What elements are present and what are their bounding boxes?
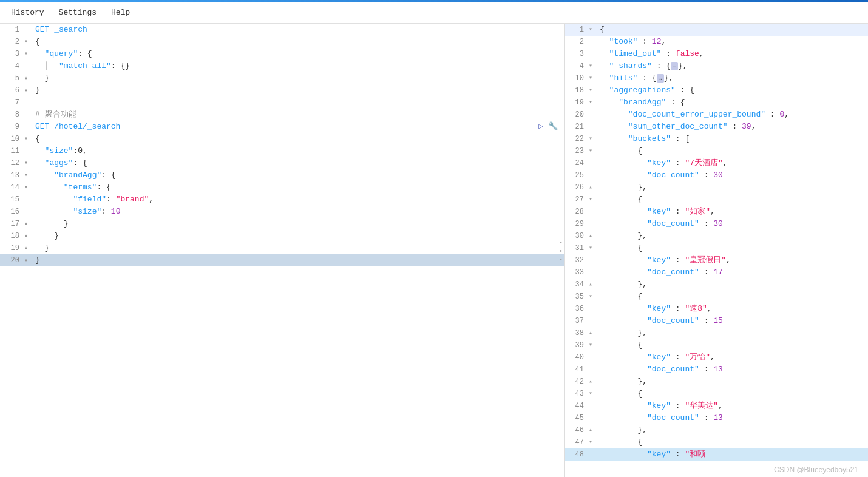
resp-fold-10[interactable]: ▾ bbox=[589, 72, 597, 84]
resp-num-32: 32 bbox=[565, 254, 589, 266]
run-icon[interactable]: ▷ bbox=[538, 121, 543, 133]
resp-fold-18[interactable]: ▾ bbox=[589, 84, 597, 96]
collapsed-hits[interactable]: … bbox=[657, 74, 664, 83]
resp-fold-26[interactable]: ▴ bbox=[589, 181, 597, 194]
resp-line-2: 2 "took" : 12, bbox=[565, 36, 868, 48]
resp-num-42: 42 bbox=[565, 376, 589, 388]
resp-content-29: "doc_count" : 30 bbox=[597, 218, 868, 230]
resp-num-31: 31 bbox=[565, 242, 589, 254]
resp-content-21: "sum_other_doc_count" : 39, bbox=[597, 121, 868, 133]
resp-num-22: 22 bbox=[565, 133, 589, 145]
fold-13[interactable]: ▾ bbox=[24, 169, 33, 181]
wrench-icon[interactable]: 🔧 bbox=[548, 121, 558, 133]
resp-line-42: 42 ▴ }, bbox=[565, 376, 868, 388]
resp-fold-46[interactable]: ▴ bbox=[589, 424, 597, 436]
resp-num-21: 21 bbox=[565, 121, 589, 133]
resp-fold-23[interactable]: ▾ bbox=[589, 145, 597, 157]
resp-content-47: { bbox=[597, 436, 868, 448]
menu-history[interactable]: History bbox=[5, 5, 50, 19]
line-num-20: 20 bbox=[0, 254, 24, 266]
editor-line-18: 18 ▴ } bbox=[0, 230, 564, 242]
line-num-15: 15 bbox=[0, 194, 24, 206]
resp-fold-35[interactable]: ▾ bbox=[589, 291, 597, 303]
resp-line-28: 28 "key" : "如家", bbox=[565, 206, 868, 218]
resp-num-45: 45 bbox=[565, 412, 589, 424]
fold-20[interactable]: ▴ bbox=[24, 254, 33, 266]
line-num-7: 7 bbox=[0, 96, 24, 109]
resp-line-43: 43 ▾ { bbox=[565, 388, 868, 400]
menu-settings[interactable]: Settings bbox=[53, 5, 103, 19]
resp-num-2: 2 bbox=[565, 36, 589, 48]
resp-fold-19[interactable]: ▾ bbox=[589, 96, 597, 109]
resp-fold-4[interactable]: ▾ bbox=[589, 60, 597, 72]
fold-19[interactable]: ▴ bbox=[24, 242, 33, 254]
line-num-11: 11 bbox=[0, 145, 24, 157]
fold-6[interactable]: ▴ bbox=[24, 84, 33, 96]
resp-content-3: "timed_out" : false, bbox=[597, 48, 868, 60]
resp-num-46: 46 bbox=[565, 424, 589, 436]
editor-line-17: 17 ▴ } bbox=[0, 218, 564, 230]
resp-num-26: 26 bbox=[565, 181, 589, 194]
resp-content-22: "buckets" : [ bbox=[597, 133, 868, 145]
resp-line-33: 33 "doc_count" : 17 bbox=[565, 266, 868, 279]
resp-fold-30[interactable]: ▴ bbox=[589, 230, 597, 242]
line-content-15: "field": "brand", bbox=[33, 194, 564, 206]
line-content-19: } bbox=[33, 242, 564, 254]
line-content-6: } bbox=[33, 84, 564, 96]
resp-num-30: 30 bbox=[565, 230, 589, 242]
resp-fold-34[interactable]: ▴ bbox=[589, 279, 597, 291]
fold-14[interactable]: ▾ bbox=[24, 181, 33, 194]
resp-content-24: "key" : "7天酒店", bbox=[597, 157, 868, 169]
resp-fold-1[interactable]: ▾ bbox=[589, 24, 597, 36]
resp-content-39: { bbox=[597, 339, 868, 351]
resp-fold-39[interactable]: ▾ bbox=[589, 339, 597, 351]
resp-content-27: { bbox=[597, 194, 868, 206]
fold-12[interactable]: ▾ bbox=[24, 157, 33, 169]
resp-fold-38[interactable]: ▴ bbox=[589, 327, 597, 339]
resp-fold-47[interactable]: ▾ bbox=[589, 436, 597, 448]
fold-10[interactable]: ▾ bbox=[24, 133, 33, 145]
resp-num-4: 4 bbox=[565, 60, 589, 72]
resp-content-48: "key" : "和颐 bbox=[597, 448, 868, 461]
resp-content-31: { bbox=[597, 242, 868, 254]
line-content-16: "size": 10 bbox=[33, 206, 564, 218]
resp-content-33: "doc_count" : 17 bbox=[597, 266, 868, 279]
resp-fold-27[interactable]: ▾ bbox=[589, 194, 597, 206]
resp-line-23: 23 ▾ { bbox=[565, 145, 868, 157]
editor-line-12: 12 ▾ "aggs": { bbox=[0, 157, 564, 169]
fold-18[interactable]: ▴ bbox=[24, 230, 33, 242]
resp-fold-31[interactable]: ▾ bbox=[589, 242, 597, 254]
line-content-4: │ "match_all": {} bbox=[33, 60, 564, 72]
collapsed-shards[interactable]: … bbox=[671, 62, 678, 70]
fold-17[interactable]: ▴ bbox=[24, 218, 33, 230]
resp-content-45: "doc_count" : 13 bbox=[597, 412, 868, 424]
main-layout: 1 GET _search 2 ▾ { 3 ▾ "query": { 4 │ bbox=[0, 24, 868, 477]
resp-line-46: 46 ▴ }, bbox=[565, 424, 868, 436]
resp-content-46: }, bbox=[597, 424, 868, 436]
resp-line-37: 37 "doc_count" : 15 bbox=[565, 315, 868, 327]
resp-fold-42[interactable]: ▴ bbox=[589, 376, 597, 388]
line-num-1: 1 bbox=[0, 24, 24, 36]
resp-num-3: 3 bbox=[565, 48, 589, 60]
resp-num-25: 25 bbox=[565, 169, 589, 181]
resp-line-4: 4 ▾ "_shards" : {…}, bbox=[565, 60, 868, 72]
line-content-11: "size":0, bbox=[33, 145, 564, 157]
editor-line-1: 1 GET _search bbox=[0, 24, 564, 36]
resp-line-26: 26 ▴ }, bbox=[565, 181, 868, 194]
resp-line-41: 41 "doc_count" : 13 bbox=[565, 364, 868, 376]
menu-help[interactable]: Help bbox=[105, 5, 136, 19]
resp-content-38: }, bbox=[597, 327, 868, 339]
line-num-8: 8 bbox=[0, 109, 24, 121]
fold-5[interactable]: ▴ bbox=[24, 72, 33, 84]
fold-2[interactable]: ▾ bbox=[24, 36, 33, 48]
resp-line-47: 47 ▾ { bbox=[565, 436, 868, 448]
response-code-area: 1 ▾ { 2 "took" : 12, 3 "timed_out" : fal… bbox=[565, 24, 868, 461]
resp-num-41: 41 bbox=[565, 364, 589, 376]
resp-num-37: 37 bbox=[565, 315, 589, 327]
resp-fold-22[interactable]: ▾ bbox=[589, 133, 597, 145]
resp-content-23: { bbox=[597, 145, 868, 157]
line-num-5: 5 bbox=[0, 72, 24, 84]
editor-line-3: 3 ▾ "query": { bbox=[0, 48, 564, 60]
fold-3[interactable]: ▾ bbox=[24, 48, 33, 60]
resp-fold-43[interactable]: ▾ bbox=[589, 388, 597, 400]
